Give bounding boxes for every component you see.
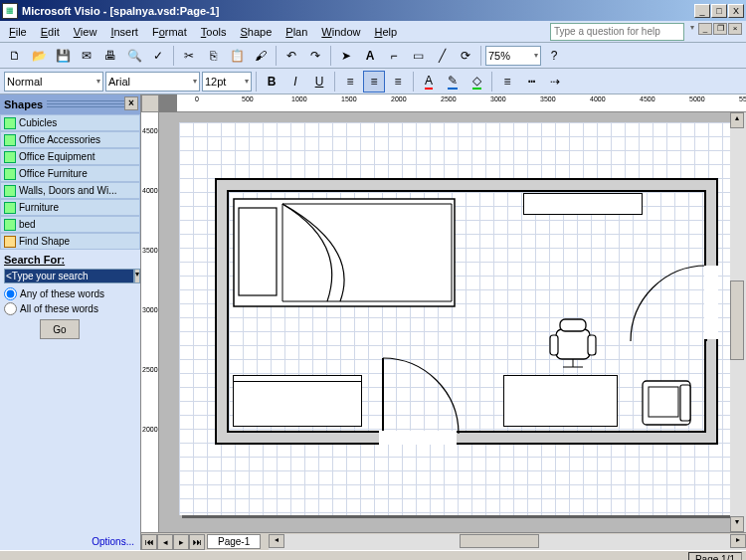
bed-shape[interactable] — [233, 198, 457, 309]
cut-button[interactable]: ✂ — [178, 45, 200, 67]
first-page-button[interactable]: ⏮ — [141, 534, 157, 550]
menu-shape[interactable]: Shape — [233, 24, 279, 40]
find-shape-item[interactable]: Find Shape — [0, 233, 140, 250]
menu-window[interactable]: Window — [314, 24, 367, 40]
stencil-item[interactable]: Office Furniture — [0, 165, 140, 182]
copy-button[interactable]: ⎘ — [202, 45, 224, 67]
menu-view[interactable]: View — [67, 24, 104, 40]
armchair-shape[interactable] — [641, 373, 692, 429]
desk-shape[interactable] — [503, 375, 618, 427]
chair-shape[interactable] — [548, 317, 598, 369]
stencil-icon — [4, 168, 16, 180]
align-right-button[interactable]: ≡ — [387, 71, 409, 93]
stencil-item[interactable]: bed — [0, 216, 140, 233]
radio-any-words[interactable]: Any of these words — [4, 287, 136, 300]
doc-minimize-button[interactable]: _ — [698, 23, 712, 35]
font-size-combo[interactable]: 12pt▾ — [202, 72, 252, 92]
next-page-button[interactable]: ▸ — [173, 534, 189, 550]
line-tool-button[interactable]: ╱ — [431, 45, 453, 67]
connector-tool-button[interactable]: ⌐ — [383, 45, 405, 67]
rectangle-tool-button[interactable]: ▭ — [407, 45, 429, 67]
doc-restore-button[interactable]: ❐ — [713, 23, 727, 35]
vertical-scrollbar[interactable]: ▴ ▾ — [730, 112, 746, 532]
line-pattern-button[interactable]: ┅ — [520, 71, 542, 93]
new-button[interactable]: 🗋 — [4, 45, 26, 67]
door-shape-2[interactable] — [379, 352, 464, 437]
align-center-button[interactable]: ≡ — [363, 71, 385, 93]
spelling-button[interactable]: ✓ — [147, 45, 169, 67]
redo-button[interactable]: ↷ — [304, 45, 326, 67]
stencil-item[interactable]: Cubicles — [0, 114, 140, 131]
paste-button[interactable]: 📋 — [226, 45, 248, 67]
minimize-button[interactable]: _ — [694, 4, 710, 18]
zoom-combo[interactable]: 75%▾ — [485, 46, 541, 66]
app-icon: ▦ — [2, 3, 18, 19]
format-painter-button[interactable]: 🖌 — [250, 45, 272, 67]
close-button[interactable]: X — [728, 4, 744, 18]
save-button[interactable]: 💾 — [52, 45, 74, 67]
svg-rect-10 — [649, 387, 678, 417]
stencil-item[interactable]: Office Equipment — [0, 148, 140, 165]
print-preview-button[interactable]: 🔍 — [123, 45, 145, 67]
menu-format[interactable]: Format — [145, 24, 194, 40]
print-button[interactable]: 🖶 — [99, 45, 121, 67]
email-button[interactable]: ✉ — [76, 45, 97, 67]
svg-rect-2 — [556, 329, 590, 359]
shapes-panel-close-button[interactable]: × — [124, 96, 138, 110]
help-search-input[interactable] — [550, 23, 684, 41]
stencil-icon — [4, 219, 16, 231]
menu-insert[interactable]: Insert — [103, 24, 145, 40]
italic-button[interactable]: I — [284, 71, 306, 93]
standard-toolbar: 🗋 📂 💾 ✉ 🖶 🔍 ✓ ✂ ⎘ 📋 🖌 ↶ ↷ ➤ A ⌐ ▭ ╱ ⟳ 75… — [0, 43, 746, 69]
help-dropdown-icon[interactable]: ▾ — [690, 23, 694, 41]
door-shape[interactable] — [629, 264, 708, 343]
line-weight-button[interactable]: ≡ — [496, 71, 518, 93]
stencil-icon — [4, 134, 16, 146]
title-bar: ▦ Microsoft Visio - [spalnya.vsd:Page-1]… — [0, 0, 746, 21]
line-ends-button[interactable]: ⇢ — [544, 71, 566, 93]
rotate-button[interactable]: ⟳ — [455, 45, 476, 67]
svg-rect-3 — [560, 319, 586, 331]
font-combo[interactable]: Arial▾ — [105, 72, 200, 92]
stencil-item[interactable]: Walls, Doors and Wi... — [0, 182, 140, 199]
pointer-tool-button[interactable]: ➤ — [335, 45, 357, 67]
open-button[interactable]: 📂 — [28, 45, 50, 67]
drawing-sheet[interactable] — [179, 122, 730, 515]
search-section: Search For: ▾ Any of these words All of … — [0, 250, 140, 343]
wardrobe-shape[interactable] — [523, 193, 643, 215]
search-dropdown-button[interactable]: ▾ — [134, 269, 140, 283]
prev-page-button[interactable]: ◂ — [157, 534, 173, 550]
fill-color-button[interactable]: ◇ — [466, 71, 487, 93]
line-color-button[interactable]: ✎ — [442, 71, 464, 93]
room-plan[interactable] — [215, 178, 718, 445]
go-button[interactable]: Go — [40, 319, 80, 339]
drawing-page[interactable] — [159, 112, 730, 532]
horizontal-scrollbar[interactable]: ◂ ▸ — [269, 534, 746, 550]
menu-plan[interactable]: Plan — [279, 24, 314, 40]
menu-tools[interactable]: Tools — [194, 24, 234, 40]
menu-file[interactable]: File — [2, 24, 34, 40]
shapes-panel-title: Shapes — [4, 98, 43, 110]
help-button[interactable]: ? — [543, 45, 565, 67]
align-left-button[interactable]: ≡ — [339, 71, 361, 93]
underline-button[interactable]: U — [308, 71, 330, 93]
bold-button[interactable]: B — [261, 71, 282, 93]
maximize-button[interactable]: □ — [711, 4, 727, 18]
menu-help[interactable]: Help — [367, 24, 404, 40]
font-color-button[interactable]: A — [418, 71, 440, 93]
last-page-button[interactable]: ⏭ — [189, 534, 205, 550]
options-link[interactable]: Options... — [0, 533, 140, 550]
shape-search-input[interactable] — [4, 269, 134, 283]
radio-all-words[interactable]: All of these words — [4, 302, 136, 315]
menu-edit[interactable]: Edit — [34, 24, 67, 40]
horizontal-ruler: 0 500 1000 1500 2000 2500 3000 3500 4000… — [177, 94, 746, 112]
text-tool-button[interactable]: A — [359, 45, 381, 67]
stencil-item[interactable]: Office Accessories — [0, 131, 140, 148]
doc-close-button[interactable]: × — [728, 23, 742, 35]
stencil-item[interactable]: Furniture — [0, 199, 140, 216]
style-combo[interactable]: Normal▾ — [4, 72, 103, 92]
page-tab[interactable]: Page-1 — [207, 534, 261, 549]
dresser-shape[interactable] — [233, 375, 362, 427]
shapes-panel-header: Shapes × — [0, 94, 140, 114]
undo-button[interactable]: ↶ — [280, 45, 302, 67]
